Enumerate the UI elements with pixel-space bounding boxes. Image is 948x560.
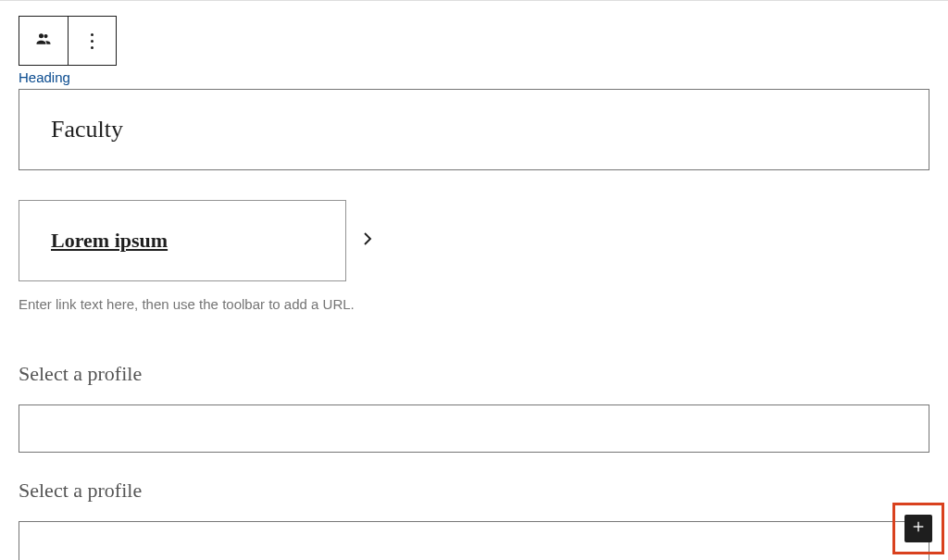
profile-label-1: Select a profile [19,362,929,386]
profile-select-1[interactable] [19,404,929,453]
heading-text: Faculty [51,116,123,143]
add-block-button[interactable] [904,515,932,542]
chevron-right-icon [359,230,376,251]
link-input[interactable]: Lorem ipsum [19,200,346,281]
block-type-button[interactable] [19,17,68,65]
link-text: Lorem ipsum [51,229,168,252]
plus-icon [911,519,926,538]
people-icon [34,30,53,52]
profile-select-2[interactable] [19,521,929,560]
heading-input[interactable]: Faculty [19,89,929,170]
heading-label: Heading [19,69,929,85]
block-toolbar [19,16,117,66]
more-options-button[interactable] [68,17,116,65]
more-options-icon [91,33,94,49]
link-hint: Enter link text here, then use the toolb… [19,296,929,312]
link-row: Lorem ipsum [19,200,929,281]
profile-label-2: Select a profile [19,479,929,503]
add-block-highlight [892,503,944,554]
